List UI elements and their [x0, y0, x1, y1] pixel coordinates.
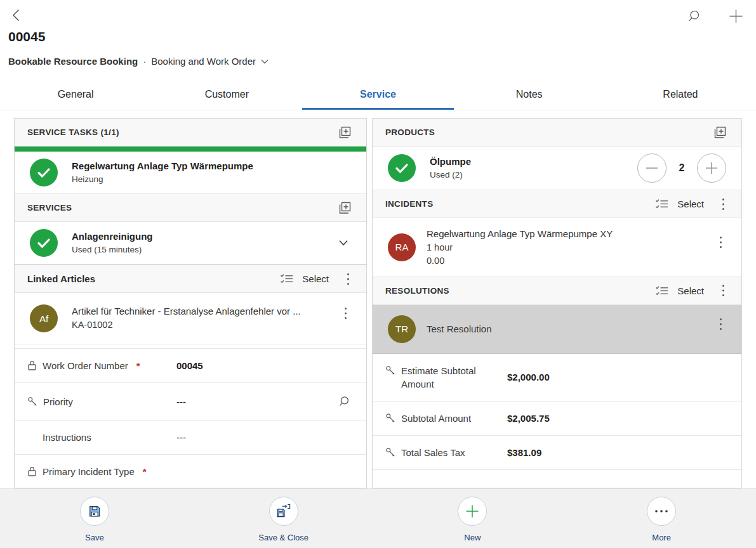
tab-customer[interactable]: Customer	[151, 81, 302, 110]
task-text: Regelwartung Anlage Typ Wärmepumpe Heizu…	[72, 159, 351, 185]
key-icon	[385, 447, 395, 457]
resolution-title: Test Resolution	[427, 322, 705, 336]
incident-menu-button[interactable]	[715, 235, 726, 250]
resolution-menu-button[interactable]	[715, 316, 726, 332]
linked-articles-select-button[interactable]: Select	[280, 273, 329, 284]
service-subtitle: Used (15 minutes)	[72, 244, 322, 256]
service-tasks-header: SERVICE TASKS (1/1)	[15, 119, 366, 147]
service-complete-toggle[interactable]	[30, 229, 58, 257]
task-subtitle: Heizung	[72, 173, 351, 186]
key-icon	[385, 365, 395, 375]
incidents-select-button[interactable]: Select	[655, 199, 704, 209]
subtotal-value: $2,005.75	[507, 413, 729, 424]
field-primary-incident-type: Primary Incident Type *	[15, 455, 366, 488]
add-product-button[interactable]	[711, 124, 729, 141]
article-avatar-initials: Af	[39, 313, 48, 324]
more-label: More	[652, 533, 671, 542]
tab-service[interactable]: Service	[302, 81, 453, 110]
more-button[interactable]: More	[567, 489, 756, 548]
new-record-button[interactable]	[725, 5, 747, 27]
service-text: Anlagenreinigung Used (15 minutes)	[72, 230, 322, 256]
save-button[interactable]: Save	[0, 489, 189, 548]
product-text: Ölpumpe Used (2)	[430, 155, 623, 181]
tab-general[interactable]: General	[0, 81, 151, 110]
add-record-icon	[337, 125, 352, 140]
search-icon	[338, 395, 352, 408]
incident-amount: 0.00	[427, 254, 705, 268]
field-instructions: Instructions ---	[15, 421, 366, 455]
article-menu-button[interactable]	[340, 306, 351, 321]
priority-lookup-button[interactable]	[337, 393, 354, 410]
select-label: Select	[302, 273, 329, 284]
total-sales-tax-value: $381.09	[507, 447, 729, 458]
service-tasks-title: SERVICE TASKS (1/1)	[27, 127, 336, 137]
resolutions-select-button[interactable]: Select	[655, 285, 704, 296]
plus-icon	[727, 8, 745, 25]
tab-related[interactable]: Related	[605, 81, 756, 110]
kebab-icon	[344, 307, 347, 320]
incident-title: Regelwartung Anlage Typ Wärmepumpe XY	[427, 227, 705, 241]
quantity-increase-button[interactable]	[697, 153, 726, 183]
add-record-icon	[337, 200, 352, 216]
incident-row[interactable]: RA Regelwartung Anlage Typ Wärmepumpe XY…	[373, 218, 741, 277]
kebab-icon	[347, 273, 350, 285]
multiselect-icon	[280, 273, 293, 284]
service-expand-button[interactable]	[336, 237, 351, 249]
lock-icon	[27, 466, 37, 477]
resolution-row[interactable]: TR Test Resolution	[373, 305, 741, 354]
header: 00045 Bookable Resource Booking · Bookin…	[0, 0, 756, 81]
save-close-icon	[269, 497, 298, 526]
tab-bar: General Customer Service Notes Related	[0, 81, 756, 110]
kebab-icon	[719, 318, 722, 330]
field-label: Estimate Subtotal Amount	[385, 364, 507, 391]
product-title: Ölpumpe	[430, 155, 623, 169]
service-tasks-progress-bar	[15, 147, 366, 152]
service-title: Anlagenreinigung	[72, 230, 322, 244]
incidents-menu-button[interactable]	[718, 197, 729, 212]
form-selector[interactable]: Booking and Work Order	[151, 56, 269, 67]
service-row[interactable]: Anlagenreinigung Used (15 minutes)	[15, 222, 366, 264]
content-area: SERVICE TASKS (1/1) Regelwartung Anlage …	[14, 118, 742, 488]
field-work-order-number: Work Order Number * 00045	[15, 348, 366, 383]
select-label: Select	[677, 285, 704, 296]
linked-articles-menu-button[interactable]	[343, 271, 354, 287]
lock-icon	[27, 360, 37, 371]
check-icon	[37, 167, 51, 178]
back-button[interactable]	[6, 5, 27, 25]
quantity-decrease-button[interactable]	[637, 153, 666, 183]
add-service-task-button[interactable]	[336, 124, 354, 141]
save-and-close-button[interactable]: Save & Close	[189, 489, 378, 548]
search-button[interactable]	[685, 6, 706, 27]
chevron-down-icon	[338, 240, 348, 246]
add-service-button[interactable]	[336, 199, 354, 217]
field-estimate-subtotal: Estimate Subtotal Amount $2,000.00	[373, 354, 741, 401]
products-title: PRODUCTS	[385, 127, 711, 137]
field-label: Priority	[27, 395, 176, 408]
chevron-down-icon	[261, 59, 269, 64]
field-label: Subtotal Amount	[385, 412, 507, 425]
new-button[interactable]: New	[378, 489, 567, 548]
save-icon	[80, 497, 109, 526]
plus-icon	[458, 497, 487, 526]
plus-icon	[705, 162, 718, 174]
product-row[interactable]: Ölpumpe Used (2) 2	[373, 147, 741, 190]
linked-article-row[interactable]: Af Artikel für Techniker - Erstanalyse A…	[15, 293, 366, 344]
product-complete-toggle[interactable]	[388, 154, 416, 182]
incident-avatar: RA	[388, 233, 416, 261]
tab-notes[interactable]: Notes	[454, 81, 605, 110]
check-icon	[395, 163, 409, 174]
instructions-value[interactable]: ---	[176, 432, 354, 443]
resolutions-menu-button[interactable]	[718, 283, 729, 298]
select-label: Select	[677, 199, 704, 209]
right-panel: PRODUCTS Ölpumpe Used (2)	[372, 118, 742, 488]
product-quantity-stepper: 2	[637, 153, 726, 183]
field-label: Instructions	[27, 431, 176, 444]
breadcrumb-separator: ·	[143, 56, 146, 67]
service-task-row[interactable]: Regelwartung Anlage Typ Wärmepumpe Heizu…	[15, 152, 366, 194]
field-label: Total Sales Tax	[385, 446, 507, 459]
task-complete-toggle[interactable]	[30, 159, 58, 186]
priority-value[interactable]: ---	[176, 396, 337, 407]
multiselect-icon	[655, 199, 668, 209]
product-subtitle: Used (2)	[430, 169, 623, 181]
left-panel: SERVICE TASKS (1/1) Regelwartung Anlage …	[14, 118, 367, 488]
